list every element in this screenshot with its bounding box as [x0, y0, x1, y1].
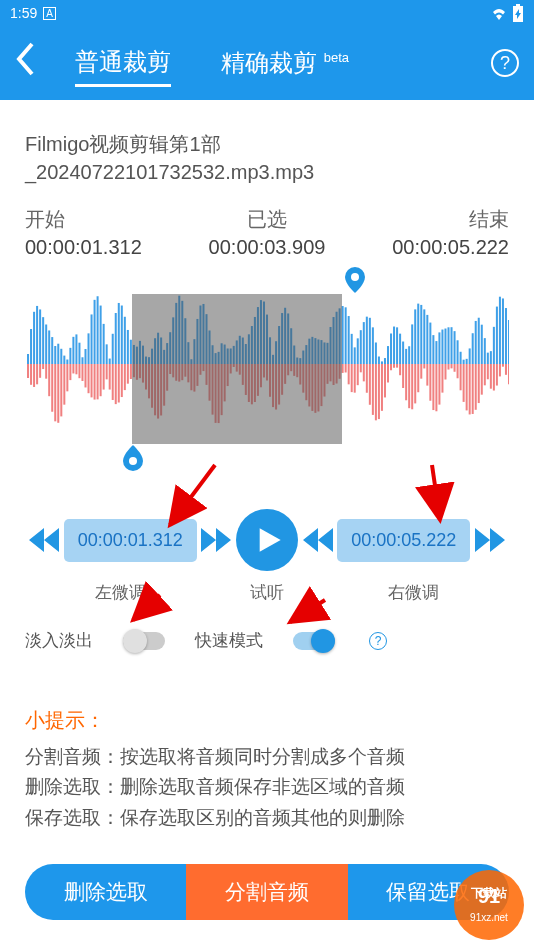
svg-text:91: 91	[478, 885, 500, 907]
battery-icon	[512, 4, 524, 22]
split-audio-button[interactable]: 分割音频	[186, 864, 347, 920]
svg-rect-32	[75, 334, 77, 364]
header: 普通裁剪 精确裁剪 beta ?	[0, 26, 534, 100]
end-label: 结束	[392, 206, 509, 233]
svg-rect-216	[354, 347, 356, 364]
selection-region[interactable]	[132, 294, 342, 444]
svg-rect-277	[444, 364, 446, 380]
rewind-right-icon[interactable]	[301, 523, 335, 557]
selected-time: 00:00:03.909	[209, 236, 326, 259]
svg-rect-1	[27, 364, 29, 378]
fast-help-icon[interactable]: ?	[369, 632, 387, 650]
svg-rect-261	[420, 364, 422, 379]
fast-toggle[interactable]	[293, 632, 335, 650]
svg-rect-3	[30, 364, 32, 385]
svg-rect-237	[384, 364, 386, 397]
svg-rect-226	[369, 318, 371, 364]
svg-rect-5	[33, 364, 35, 387]
svg-rect-214	[351, 334, 353, 364]
svg-rect-18	[54, 346, 56, 364]
forward-left-icon[interactable]	[199, 523, 233, 557]
svg-rect-238	[387, 346, 389, 364]
right-fine-label: 右微调	[388, 581, 439, 604]
svg-rect-298	[478, 318, 480, 364]
svg-rect-256	[414, 309, 416, 364]
svg-rect-218	[357, 338, 359, 364]
status-badge: A	[43, 7, 56, 20]
svg-rect-291	[466, 364, 468, 410]
svg-rect-286	[460, 352, 462, 364]
svg-rect-29	[69, 364, 71, 380]
svg-text:91xz.net: 91xz.net	[470, 912, 508, 923]
back-button[interactable]	[15, 42, 35, 84]
play-label: 试听	[250, 581, 284, 604]
svg-rect-293	[469, 364, 471, 414]
forward-right-icon[interactable]	[473, 523, 507, 557]
right-time-box[interactable]: 00:00:05.222	[337, 519, 470, 562]
svg-rect-281	[451, 364, 453, 368]
play-button[interactable]	[236, 509, 298, 571]
svg-rect-25	[63, 364, 65, 405]
tips-line-2: 删除选取：删除选取音频保存非选区域的音频	[25, 772, 509, 802]
fade-toggle[interactable]	[123, 632, 165, 650]
tab-normal-trim[interactable]: 普通裁剪	[75, 40, 171, 87]
tab-precise-trim[interactable]: 精确裁剪 beta	[221, 41, 349, 85]
svg-rect-54	[109, 359, 111, 364]
svg-rect-58	[115, 313, 117, 364]
svg-rect-210	[345, 307, 347, 364]
help-icon[interactable]: ?	[491, 49, 519, 77]
svg-rect-227	[369, 364, 371, 405]
svg-rect-6	[36, 306, 38, 364]
handle-end[interactable]	[343, 267, 367, 299]
svg-rect-20	[57, 344, 59, 364]
svg-rect-61	[118, 364, 120, 403]
svg-rect-67	[127, 364, 129, 384]
svg-rect-287	[460, 364, 462, 390]
svg-rect-271	[435, 364, 437, 411]
svg-rect-249	[402, 364, 404, 388]
svg-rect-316	[505, 308, 507, 364]
svg-rect-27	[66, 364, 68, 391]
svg-rect-41	[88, 364, 90, 393]
rewind-left-icon[interactable]	[27, 523, 61, 557]
svg-rect-319	[508, 364, 509, 384]
svg-rect-37	[81, 364, 83, 381]
svg-rect-260	[420, 305, 422, 364]
svg-rect-301	[481, 364, 483, 395]
svg-rect-239	[387, 364, 389, 382]
svg-rect-255	[411, 364, 413, 409]
status-bar: 1:59 A	[0, 0, 534, 26]
svg-rect-62	[121, 306, 123, 364]
svg-rect-51	[103, 364, 105, 390]
svg-rect-292	[469, 348, 471, 364]
svg-rect-221	[360, 364, 362, 372]
svg-rect-225	[366, 364, 368, 393]
svg-rect-235	[381, 364, 383, 411]
tips-section: 小提示： 分割音频：按选取将音频同时分割成多个音频 删除选取：删除选取音频保存非…	[25, 707, 509, 833]
svg-rect-280	[451, 327, 453, 364]
svg-rect-242	[393, 327, 395, 364]
svg-rect-297	[475, 364, 477, 410]
waveform[interactable]	[25, 289, 509, 489]
svg-rect-39	[84, 364, 86, 387]
svg-rect-311	[496, 364, 498, 386]
svg-rect-50	[103, 324, 105, 364]
svg-rect-229	[372, 364, 374, 415]
svg-rect-16	[51, 337, 53, 364]
svg-rect-36	[81, 357, 83, 364]
start-label: 开始	[25, 206, 142, 233]
svg-rect-46	[97, 296, 99, 364]
svg-rect-31	[72, 364, 74, 373]
handle-start[interactable]	[121, 439, 145, 471]
selected-label: 已选	[209, 206, 326, 233]
left-time-box[interactable]: 00:00:01.312	[64, 519, 197, 562]
delete-selection-button[interactable]: 删除选取	[25, 864, 186, 920]
svg-rect-283	[454, 364, 456, 372]
svg-rect-313	[499, 364, 501, 376]
svg-rect-38	[84, 349, 86, 364]
svg-rect-262	[423, 309, 425, 364]
svg-rect-284	[457, 340, 459, 364]
svg-rect-279	[447, 364, 449, 370]
svg-rect-63	[121, 364, 123, 397]
svg-rect-285	[457, 364, 459, 378]
